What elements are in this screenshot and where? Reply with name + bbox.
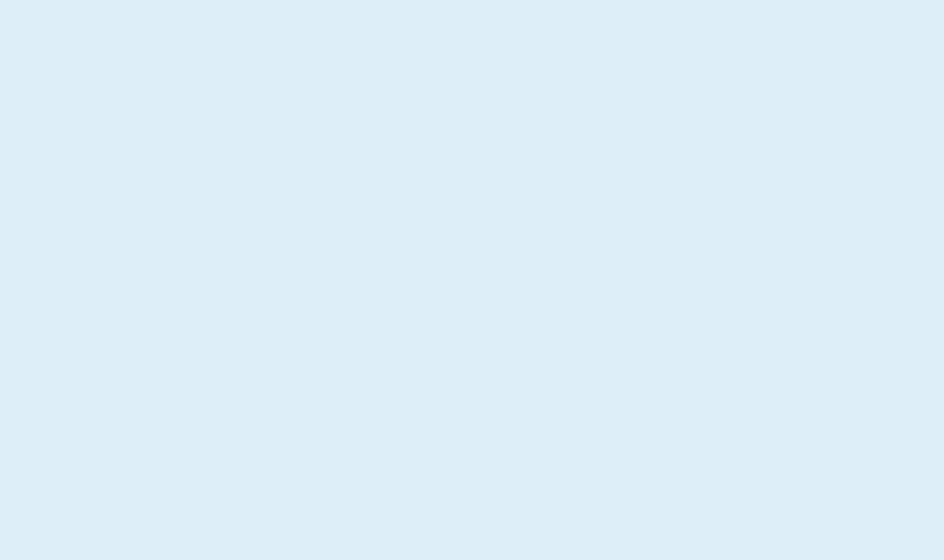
diagram — [0, 0, 944, 560]
